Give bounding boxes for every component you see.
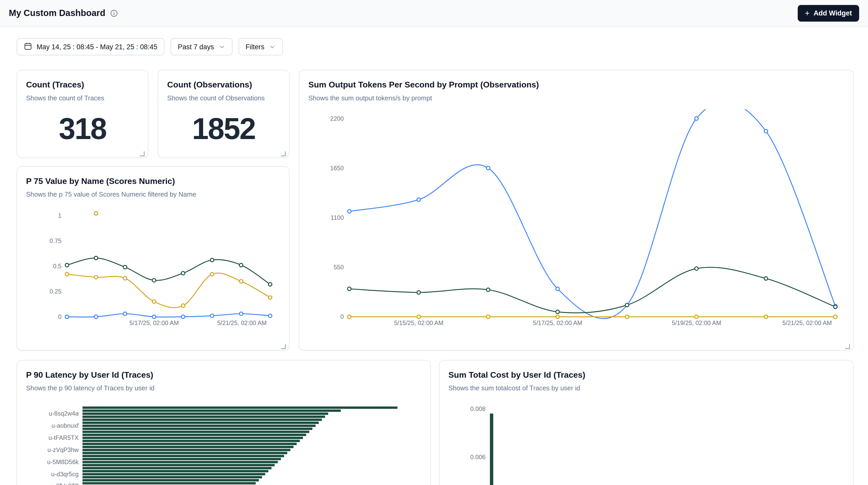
widget-subtitle: Shows the count of Traces [17, 90, 148, 103]
chevron-down-icon [218, 43, 225, 50]
widget-subtitle: Shows the p 75 value of Scores Numeric f… [17, 187, 289, 200]
resize-handle[interactable] [844, 342, 850, 348]
svg-text:u-d3qr5cg: u-d3qr5cg [51, 471, 79, 478]
svg-text:u-8sq2w4a: u-8sq2w4a [49, 410, 79, 417]
svg-text:0.75: 0.75 [50, 238, 61, 244]
widget-count-observations: Count (Observations) Shows the count of … [158, 70, 289, 158]
widget-subtitle: Shows the count of Observations [158, 90, 289, 103]
add-widget-label: Add Widget [814, 9, 852, 17]
info-icon[interactable] [111, 9, 118, 17]
count-observations-value: 1852 [158, 114, 289, 144]
plus-icon: + [805, 8, 810, 17]
svg-text:0.008: 0.008 [470, 405, 486, 412]
page-title: My Custom Dashboard [9, 8, 105, 17]
widget-subtitle: Shows the p 90 latency of Traces by user… [17, 381, 430, 393]
toolbar: May 14, 25 : 08:45 - May 21, 25 : 08:45 … [17, 38, 283, 56]
preset-value: Past 7 days [178, 43, 214, 51]
resize-handle[interactable] [139, 149, 145, 155]
svg-text:u-tFAR5TX: u-tFAR5TX [49, 434, 79, 441]
preset-dropdown[interactable]: Past 7 days [171, 38, 232, 56]
chevron-down-icon [269, 43, 275, 50]
page-header: My Custom Dashboard + Add Widget [0, 0, 868, 27]
p75-line-chart: 00.250.50.7515/17/25, 02:00 AM5/21/25, 0… [17, 205, 289, 334]
widget-subtitle: Shows the sum totalcost of Traces by use… [439, 381, 853, 393]
filters-label: Filters [246, 43, 264, 51]
viewport: My Custom Dashboard + Add Widget May [0, 0, 868, 485]
widget-subtitle: Shows the sum output tokens/s by prompt [300, 90, 853, 103]
total-cost-bar-chart: 0.0080.006 [439, 402, 854, 485]
svg-text:5/15/25, 02:00 AM: 5/15/25, 02:00 AM [394, 320, 443, 326]
svg-text:u-zVqP3hw: u-zVqP3hw [48, 447, 79, 453]
widget-title: P 75 Value by Name (Scores Numeric) [17, 166, 289, 187]
tokens-line-chart: 05501100165022005/15/25, 02:00 AM5/17/25… [300, 109, 854, 337]
date-range-value: May 14, 25 : 08:45 - May 21, 25 : 08:45 [37, 43, 157, 51]
widget-tokens-by-prompt: Sum Output Tokens Per Second by Prompt (… [299, 70, 854, 350]
svg-text:0: 0 [340, 313, 344, 320]
svg-text:5/17/25, 02:00 AM: 5/17/25, 02:00 AM [533, 320, 583, 326]
svg-text:5/17/25, 02:00 AM: 5/17/25, 02:00 AM [129, 320, 179, 326]
count-traces-value: 318 [17, 114, 148, 144]
widget-title: Count (Traces) [17, 70, 148, 91]
filters-dropdown[interactable]: Filters [238, 38, 283, 56]
svg-text:0.25: 0.25 [50, 288, 61, 295]
svg-text:u-5M8D56k: u-5M8D56k [47, 459, 79, 465]
widget-title: Sum Total Cost by User Id (Traces) [439, 361, 853, 381]
svg-text:0.006: 0.006 [470, 454, 486, 460]
svg-text:u-aobnuxf: u-aobnuxf [52, 422, 79, 429]
widget-title: P 90 Latency by User Id (Traces) [17, 361, 430, 381]
calendar-icon [24, 42, 32, 52]
svg-text:2200: 2200 [330, 115, 344, 122]
svg-text:1: 1 [58, 212, 61, 219]
svg-text:0.5: 0.5 [53, 263, 61, 270]
dashboard-page: My Custom Dashboard + Add Widget May [0, 0, 868, 485]
resize-handle[interactable] [280, 342, 286, 348]
svg-text:0: 0 [58, 313, 61, 320]
widget-title: Sum Output Tokens Per Second by Prompt (… [300, 70, 853, 91]
resize-handle[interactable] [280, 149, 286, 155]
svg-text:5/21/25, 02:00 AM: 5/21/25, 02:00 AM [217, 320, 267, 326]
svg-text:1650: 1650 [330, 165, 344, 172]
add-widget-button[interactable]: + Add Widget [798, 5, 859, 21]
widget-p75-by-name: P 75 Value by Name (Scores Numeric) Show… [17, 166, 289, 351]
widget-p90-latency-by-user: P 90 Latency by User Id (Traces) Shows t… [17, 360, 431, 485]
date-range-picker[interactable]: May 14, 25 : 08:45 - May 21, 25 : 08:45 [17, 38, 164, 56]
widget-total-cost-by-user: Sum Total Cost by User Id (Traces) Shows… [439, 360, 854, 485]
svg-text:u-8fVa9T3: u-8fVa9T3 [51, 483, 79, 485]
p90-bar-chart: u-8sq2w4au-aobnuxfu-tFAR5TXu-zVqP3hwu-5M… [17, 402, 431, 485]
widget-title: Count (Observations) [158, 70, 289, 91]
svg-text:5/21/25, 02:00 AM: 5/21/25, 02:00 AM [782, 320, 832, 326]
svg-text:550: 550 [334, 264, 344, 271]
svg-text:1100: 1100 [331, 214, 344, 221]
svg-text:5/19/25, 02:00 AM: 5/19/25, 02:00 AM [672, 320, 721, 326]
widget-count-traces: Count (Traces) Shows the count of Traces… [17, 70, 148, 158]
